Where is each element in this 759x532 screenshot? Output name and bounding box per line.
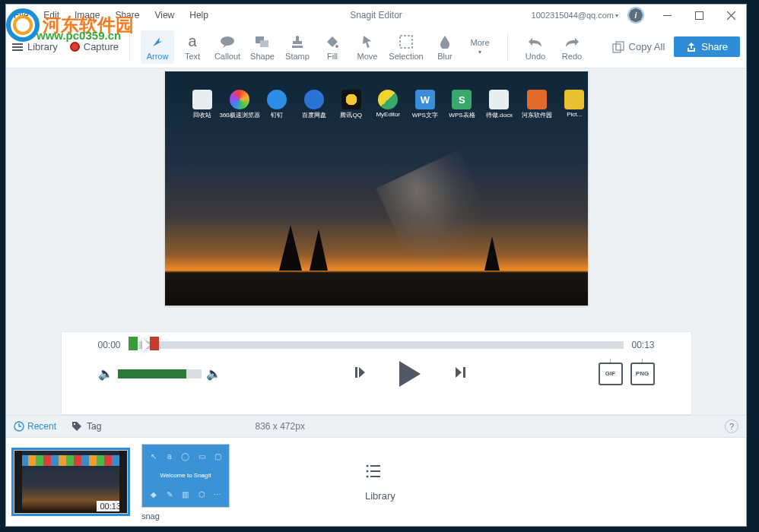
- more-label: More: [470, 38, 489, 47]
- svg-point-15: [367, 475, 369, 477]
- tool-blur-label: Blur: [437, 52, 453, 61]
- desktop-icon: MyEditor: [375, 90, 402, 119]
- help-button[interactable]: ?: [725, 420, 738, 433]
- svg-rect-12: [370, 465, 380, 467]
- divider: [507, 33, 508, 61]
- hamburger-icon: [12, 43, 23, 51]
- capture-tray: 00:13 ↖a◯▭▢ ◆✎▥⬡⋯ snag Library: [6, 438, 746, 526]
- svg-point-13: [367, 470, 369, 472]
- canvas-image[interactable]: 回收站 360极速浏览器 钉钉 百度网盘 腾讯QQ MyEditor WWPS文…: [165, 71, 588, 306]
- svg-rect-16: [370, 476, 380, 477]
- tool-more[interactable]: More: [463, 35, 497, 59]
- tool-selection[interactable]: Selection: [386, 30, 427, 64]
- library-shortcut[interactable]: Library: [365, 463, 395, 502]
- timeline-track[interactable]: [129, 341, 624, 349]
- svg-point-5: [335, 45, 338, 48]
- capture-button[interactable]: Capture: [70, 41, 119, 52]
- share-label: Share: [701, 41, 728, 52]
- arrow-icon: [151, 33, 164, 50]
- desktop-icon: 360极速浏览器: [226, 90, 253, 119]
- undo-icon: [528, 33, 543, 50]
- tool-stamp-label: Stamp: [285, 52, 310, 61]
- menu-edit[interactable]: Edit: [36, 7, 67, 24]
- tag-tab[interactable]: Tag: [71, 421, 101, 432]
- menu-view[interactable]: View: [147, 7, 182, 24]
- tag-icon: [71, 421, 82, 432]
- recent-tab[interactable]: Recent: [14, 421, 56, 432]
- tool-arrow-label: Arrow: [147, 52, 169, 61]
- text-icon: a: [188, 33, 196, 50]
- tray-thumb-2[interactable]: ↖a◯▭▢ ◆✎▥⬡⋯ snag: [141, 444, 230, 521]
- play-button[interactable]: [399, 361, 421, 387]
- info-icon[interactable]: i: [627, 7, 644, 24]
- tool-fill-label: Fill: [327, 52, 338, 61]
- copy-all-label: Copy All: [629, 41, 665, 52]
- tool-selection-label: Selection: [389, 52, 423, 61]
- svg-rect-6: [400, 36, 412, 48]
- clock-icon: [14, 421, 24, 432]
- maximize-button[interactable]: [684, 5, 714, 26]
- volume-control[interactable]: 🔈 🔈: [98, 366, 221, 381]
- thumb-image: ↖a◯▭▢ ◆✎▥⬡⋯: [141, 444, 230, 508]
- library-button[interactable]: Library: [12, 41, 58, 52]
- desktop-icon: 河东软件园: [523, 90, 551, 119]
- svg-rect-0: [663, 15, 672, 16]
- tool-arrow[interactable]: Arrow: [141, 30, 174, 64]
- recent-label: Recent: [27, 421, 56, 432]
- speaker-max-icon: 🔈: [206, 366, 221, 381]
- time-current: 00:00: [98, 340, 121, 350]
- tool-blur[interactable]: Blur: [428, 30, 462, 64]
- desktop-icons-row: 回收站 360极速浏览器 钉钉 百度网盘 腾讯QQ MyEditor WWPS文…: [189, 90, 588, 119]
- titlebar: File Edit Image Share View Help Snagit E…: [6, 5, 746, 26]
- export-gif-button[interactable]: GIF: [599, 363, 623, 385]
- share-icon: [686, 42, 697, 52]
- volume-slider[interactable]: [118, 369, 202, 378]
- tool-stamp[interactable]: Stamp: [281, 30, 314, 64]
- desktop-icon: 腾讯QQ: [338, 90, 364, 119]
- trim-end-handle[interactable]: [150, 337, 159, 350]
- tool-move[interactable]: Move: [351, 30, 384, 64]
- tree-silhouette: [484, 236, 500, 271]
- tray-thumb-1[interactable]: 00:13: [14, 450, 128, 514]
- desktop-icon: 待做.docx: [486, 90, 513, 119]
- video-player: 00:00 00:13 🔈 🔈: [61, 331, 692, 415]
- desktop-icon: 百度网盘: [301, 90, 328, 119]
- time-duration: 00:13: [631, 340, 654, 350]
- step-back-button[interactable]: [352, 364, 369, 384]
- desktop-icon: 钉钉: [264, 90, 291, 119]
- tools-group: Arrow a Text Callout Shape Stamp Fill: [141, 30, 497, 64]
- close-button[interactable]: [716, 5, 746, 26]
- copy-all-button[interactable]: Copy All: [606, 38, 672, 56]
- app-window: 河东软件园 www.pc0359.cn File Edit Image Shar…: [5, 4, 747, 527]
- step-forward-button[interactable]: [451, 364, 468, 384]
- tool-text-label: Text: [185, 52, 200, 61]
- record-icon: [70, 42, 80, 52]
- thumb-caption: snag: [141, 511, 230, 521]
- menu-help[interactable]: Help: [182, 7, 216, 24]
- toolbar: Library Capture Arrow a Text Callout Sha…: [6, 26, 746, 68]
- tag-label: Tag: [87, 421, 101, 432]
- menu-image[interactable]: Image: [67, 7, 107, 24]
- trim-start-handle[interactable]: [129, 337, 138, 350]
- tree-silhouette: [310, 229, 328, 271]
- tray-bar: Recent Tag 836 x 472px ?: [6, 415, 746, 438]
- tool-text[interactable]: a Text: [176, 30, 209, 64]
- undo-button[interactable]: Undo: [519, 30, 552, 64]
- tool-shape[interactable]: Shape: [246, 30, 279, 64]
- thumb-image: 00:13: [14, 450, 128, 514]
- export-png-button[interactable]: PNG: [630, 363, 655, 385]
- playhead-icon[interactable]: [142, 338, 150, 352]
- menu-file[interactable]: File: [6, 7, 36, 24]
- player-controls: 🔈 🔈 GIF PNG: [98, 361, 655, 387]
- desktop-icon: Pict...: [561, 90, 588, 119]
- tool-fill[interactable]: Fill: [316, 30, 349, 64]
- redo-button[interactable]: Redo: [555, 30, 589, 64]
- menu-share[interactable]: Share: [107, 7, 147, 24]
- account-dropdown[interactable]: 1002315044@qq.com: [527, 11, 623, 20]
- tool-callout[interactable]: Callout: [211, 30, 244, 64]
- tool-callout-label: Callout: [214, 52, 240, 61]
- share-button[interactable]: Share: [674, 36, 740, 57]
- callout-icon: [220, 33, 235, 50]
- minimize-button[interactable]: [652, 5, 682, 26]
- move-icon: [361, 33, 373, 50]
